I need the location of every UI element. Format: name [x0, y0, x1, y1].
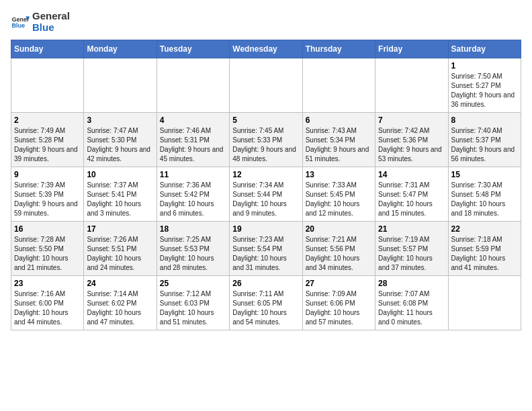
calendar-cell: 24Sunrise: 7:14 AMSunset: 6:02 PMDayligh…: [84, 276, 157, 330]
day-number: 12: [232, 170, 299, 179]
day-number: 3: [87, 116, 153, 125]
calendar-cell: 2Sunrise: 7:49 AMSunset: 5:28 PMDaylight…: [11, 113, 84, 167]
day-info: Sunrise: 7:31 AMSunset: 5:47 PMDaylight:…: [378, 181, 445, 218]
day-info: Sunrise: 7:39 AMSunset: 5:39 PMDaylight:…: [14, 181, 81, 218]
day-info: Sunrise: 7:49 AMSunset: 5:28 PMDaylight:…: [14, 126, 81, 164]
calendar-cell: 9Sunrise: 7:39 AMSunset: 5:39 PMDaylight…: [11, 167, 84, 222]
day-info: Sunrise: 7:50 AMSunset: 5:27 PMDaylight:…: [451, 72, 518, 109]
calendar-cell: [230, 58, 302, 113]
calendar-cell: 6Sunrise: 7:43 AMSunset: 5:34 PMDaylight…: [302, 113, 375, 167]
calendar-cell: 8Sunrise: 7:40 AMSunset: 5:37 PMDaylight…: [448, 113, 521, 167]
day-info: Sunrise: 7:28 AMSunset: 5:50 PMDaylight:…: [14, 235, 81, 273]
day-number: 2: [14, 116, 81, 125]
calendar-cell: 21Sunrise: 7:19 AMSunset: 5:57 PMDayligh…: [375, 222, 448, 276]
calendar-cell: 13Sunrise: 7:33 AMSunset: 5:45 PMDayligh…: [302, 167, 375, 222]
calendar-cell: 16Sunrise: 7:28 AMSunset: 5:50 PMDayligh…: [11, 222, 84, 276]
day-header-friday: Friday: [375, 40, 448, 58]
calendar-cell: 27Sunrise: 7:09 AMSunset: 6:06 PMDayligh…: [302, 276, 375, 330]
day-number: 28: [378, 279, 445, 288]
day-info: Sunrise: 7:12 AMSunset: 6:03 PMDaylight:…: [160, 289, 226, 327]
day-info: Sunrise: 7:36 AMSunset: 5:42 PMDaylight:…: [160, 181, 226, 218]
calendar-cell: 17Sunrise: 7:26 AMSunset: 5:51 PMDayligh…: [84, 222, 157, 276]
day-header-thursday: Thursday: [302, 40, 375, 58]
day-number: 13: [306, 170, 372, 179]
day-info: Sunrise: 7:16 AMSunset: 6:00 PMDaylight:…: [14, 289, 81, 327]
svg-text:Blue: Blue: [11, 22, 25, 29]
day-info: Sunrise: 7:46 AMSunset: 5:31 PMDaylight:…: [160, 126, 226, 164]
day-number: 22: [451, 224, 518, 234]
day-number: 20: [306, 224, 372, 234]
day-number: 19: [232, 224, 299, 234]
calendar-cell: [302, 58, 375, 113]
day-number: 17: [87, 224, 153, 234]
day-number: 1: [451, 61, 518, 71]
calendar-cell: 28Sunrise: 7:07 AMSunset: 6:08 PMDayligh…: [375, 276, 448, 330]
calendar-cell: 5Sunrise: 7:45 AMSunset: 5:33 PMDaylight…: [230, 113, 302, 167]
day-header-sunday: Sunday: [11, 40, 84, 58]
day-number: 10: [87, 170, 153, 179]
calendar-cell: [448, 276, 521, 330]
calendar-cell: 15Sunrise: 7:30 AMSunset: 5:48 PMDayligh…: [448, 167, 521, 222]
day-number: 9: [14, 170, 81, 179]
day-number: 25: [160, 279, 226, 288]
day-number: 21: [378, 224, 445, 234]
day-info: Sunrise: 7:42 AMSunset: 5:36 PMDaylight:…: [378, 126, 445, 164]
day-info: Sunrise: 7:23 AMSunset: 5:54 PMDaylight:…: [232, 235, 299, 273]
day-info: Sunrise: 7:21 AMSunset: 5:56 PMDaylight:…: [306, 235, 372, 273]
day-header-monday: Monday: [84, 40, 157, 58]
calendar-cell: 1Sunrise: 7:50 AMSunset: 5:27 PMDaylight…: [448, 58, 521, 113]
day-info: Sunrise: 7:14 AMSunset: 6:02 PMDaylight:…: [87, 289, 153, 327]
day-info: Sunrise: 7:40 AMSunset: 5:37 PMDaylight:…: [451, 126, 518, 164]
calendar-cell: 22Sunrise: 7:18 AMSunset: 5:59 PMDayligh…: [448, 222, 521, 276]
day-number: 18: [160, 224, 226, 234]
logo-line2: Blue: [32, 22, 70, 34]
calendar-cell: 18Sunrise: 7:25 AMSunset: 5:53 PMDayligh…: [157, 222, 229, 276]
day-number: 5: [232, 116, 299, 125]
header: General Blue General Blue: [11, 11, 521, 33]
calendar-cell: 14Sunrise: 7:31 AMSunset: 5:47 PMDayligh…: [375, 167, 448, 222]
logo-line1: General: [32, 11, 70, 22]
day-number: 26: [232, 279, 299, 288]
day-info: Sunrise: 7:09 AMSunset: 6:06 PMDaylight:…: [306, 289, 372, 327]
calendar-cell: 25Sunrise: 7:12 AMSunset: 6:03 PMDayligh…: [157, 276, 229, 330]
calendar-cell: [84, 58, 157, 113]
day-info: Sunrise: 7:11 AMSunset: 6:05 PMDaylight:…: [232, 289, 299, 327]
day-info: Sunrise: 7:47 AMSunset: 5:30 PMDaylight:…: [87, 126, 153, 164]
day-info: Sunrise: 7:33 AMSunset: 5:45 PMDaylight:…: [306, 181, 372, 218]
calendar-cell: [375, 58, 448, 113]
day-number: 11: [160, 170, 226, 179]
calendar-cell: 20Sunrise: 7:21 AMSunset: 5:56 PMDayligh…: [302, 222, 375, 276]
calendar-cell: 3Sunrise: 7:47 AMSunset: 5:30 PMDaylight…: [84, 113, 157, 167]
day-number: 24: [87, 279, 153, 288]
calendar-cell: 4Sunrise: 7:46 AMSunset: 5:31 PMDaylight…: [157, 113, 229, 167]
day-info: Sunrise: 7:34 AMSunset: 5:44 PMDaylight:…: [232, 181, 299, 218]
day-number: 6: [306, 116, 372, 125]
calendar-cell: 26Sunrise: 7:11 AMSunset: 6:05 PMDayligh…: [230, 276, 302, 330]
calendar-cell: [11, 58, 84, 113]
day-header-wednesday: Wednesday: [230, 40, 302, 58]
calendar-cell: 12Sunrise: 7:34 AMSunset: 5:44 PMDayligh…: [230, 167, 302, 222]
day-number: 23: [14, 279, 81, 288]
logo-icon: General Blue: [11, 13, 30, 32]
day-info: Sunrise: 7:45 AMSunset: 5:33 PMDaylight:…: [232, 126, 299, 164]
day-number: 7: [378, 116, 445, 125]
calendar-cell: 10Sunrise: 7:37 AMSunset: 5:41 PMDayligh…: [84, 167, 157, 222]
calendar-cell: 7Sunrise: 7:42 AMSunset: 5:36 PMDaylight…: [375, 113, 448, 167]
day-info: Sunrise: 7:18 AMSunset: 5:59 PMDaylight:…: [451, 235, 518, 273]
day-info: Sunrise: 7:37 AMSunset: 5:41 PMDaylight:…: [87, 181, 153, 218]
calendar-cell: 11Sunrise: 7:36 AMSunset: 5:42 PMDayligh…: [157, 167, 229, 222]
logo: General Blue General Blue: [11, 11, 70, 33]
day-number: 8: [451, 116, 518, 125]
day-info: Sunrise: 7:25 AMSunset: 5:53 PMDaylight:…: [160, 235, 226, 273]
day-info: Sunrise: 7:19 AMSunset: 5:57 PMDaylight:…: [378, 235, 445, 273]
day-number: 27: [306, 279, 372, 288]
day-info: Sunrise: 7:30 AMSunset: 5:48 PMDaylight:…: [451, 181, 518, 218]
day-number: 15: [451, 170, 518, 179]
day-header-tuesday: Tuesday: [157, 40, 229, 58]
day-info: Sunrise: 7:07 AMSunset: 6:08 PMDaylight:…: [378, 289, 445, 327]
calendar: SundayMondayTuesdayWednesdayThursdayFrid…: [11, 40, 521, 330]
day-info: Sunrise: 7:43 AMSunset: 5:34 PMDaylight:…: [306, 126, 372, 164]
day-info: Sunrise: 7:26 AMSunset: 5:51 PMDaylight:…: [87, 235, 153, 273]
calendar-cell: [157, 58, 229, 113]
day-number: 14: [378, 170, 445, 179]
